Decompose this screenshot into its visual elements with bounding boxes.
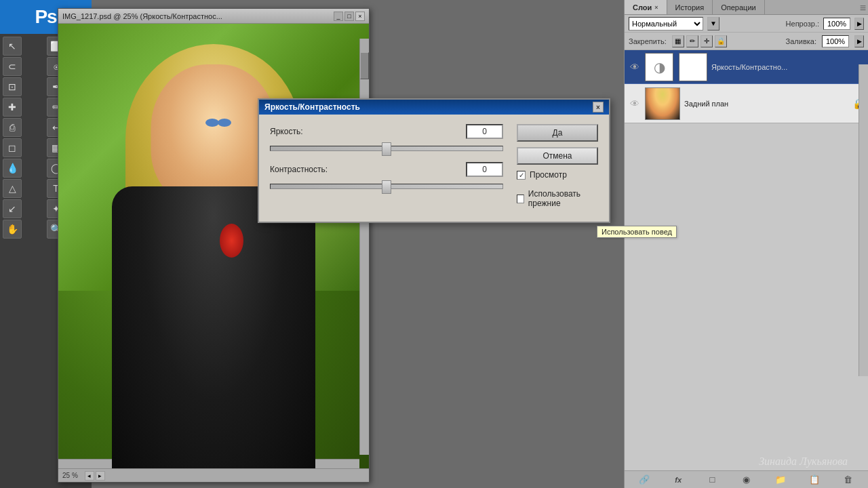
contrast-slider-thumb[interactable] (382, 180, 391, 194)
tool-pen[interactable]: △ (3, 179, 22, 198)
cancel-button[interactable]: Отмена (517, 147, 598, 165)
layers-empty-space (625, 123, 868, 259)
image-statusbar: 25 % ◂ ▸ (58, 468, 369, 482)
background-layer-thumb (645, 87, 680, 120)
lock-label: Закрепить: (629, 37, 667, 45)
fill-label: Заливка: (786, 37, 816, 45)
adjustment-layer-mask (679, 53, 707, 81)
blend-mode-select[interactable]: Нормальный (629, 17, 703, 30)
tab-layers[interactable]: Слои × (625, 0, 667, 14)
scrollbar-thumb-v[interactable] (360, 52, 369, 79)
person-body (112, 186, 315, 468)
brightness-row: Яркость: (270, 124, 503, 139)
group-btn[interactable]: 📁 (773, 472, 788, 487)
lock-transparent-btn[interactable]: ▦ (672, 35, 684, 47)
bc-dialog: Яркость/Контрастность × Яркость: Контрас… (258, 98, 610, 223)
delete-layer-btn[interactable]: 🗑 (841, 472, 856, 487)
ok-button[interactable]: Да (517, 124, 598, 142)
preview-row: Просмотр (517, 170, 598, 180)
tooltip: Использовать повед (597, 226, 677, 238)
opacity-arrow[interactable]: ▶ (854, 18, 864, 30)
adjustment-layer-visibility[interactable]: 👁 (629, 61, 641, 73)
panel-tabs: Слои × История Операции ≡ (625, 0, 868, 15)
win-min-btn[interactable]: _ (334, 12, 343, 21)
contrast-row: Контрастность: (270, 162, 503, 177)
lock-icons: ▦ ✏ ✛ 🔒 (672, 35, 727, 47)
contrast-slider-track[interactable] (270, 184, 503, 189)
brightness-label: Яркость: (270, 127, 344, 136)
add-mask-btn[interactable]: □ (705, 472, 719, 487)
image-window: IMG_1217.psd @ 25% (Яркость/Контрастнос.… (58, 8, 370, 483)
lock-fill-row: Закрепить: ▦ ✏ ✛ 🔒 Заливка: ▶ (625, 33, 868, 50)
brightness-input[interactable] (466, 124, 503, 139)
tool-move[interactable]: ↖ (3, 37, 22, 56)
tool-crop[interactable]: ⊡ (3, 77, 22, 96)
preview-label: Просмотр (530, 170, 567, 180)
tool-lasso[interactable]: ⊂ (3, 57, 22, 76)
preview-checkbox[interactable] (517, 171, 526, 180)
tool-clone[interactable]: ⎙ (3, 118, 22, 137)
lock-all-btn[interactable]: 🔒 (715, 35, 727, 47)
fill-arrow[interactable]: ▶ (854, 35, 864, 47)
panel-scrollbar[interactable] (859, 64, 868, 376)
bg-thumb-img (646, 88, 679, 119)
brightness-slider-track[interactable] (270, 146, 503, 151)
new-layer-btn[interactable]: 📋 (807, 472, 822, 487)
bc-body: Яркость: Контрастность: Да Отмена Просмо… (259, 115, 609, 222)
background-layer-visibility[interactable]: 👁 (629, 98, 641, 110)
bc-close-btn[interactable]: × (593, 102, 604, 113)
bc-actions: Да Отмена Просмотр Использовать прежние (517, 124, 598, 212)
blend-mode-arrow[interactable]: ▼ (707, 17, 719, 30)
adjustment-layer-thumb: ◑ (645, 53, 673, 81)
lock-position-btn[interactable]: ✛ (701, 35, 713, 47)
link-layers-btn[interactable]: 🔗 (637, 472, 652, 487)
tab-layers-label: Слои (633, 3, 652, 12)
panel-bottom-tools: 🔗 fx □ ◉ 📁 📋 🗑 (625, 470, 868, 488)
bc-title: Яркость/Контрастность (264, 102, 360, 112)
fx-btn[interactable]: fx (671, 472, 686, 487)
tab-history-label: История (675, 3, 705, 12)
legacy-checkbox[interactable] (517, 195, 524, 203)
legacy-label: Использовать прежние (528, 189, 598, 208)
lock-paint-btn[interactable]: ✏ (686, 35, 698, 47)
contrast-input[interactable] (466, 162, 503, 177)
person-eye-right (218, 119, 231, 127)
legacy-row: Использовать прежние (517, 189, 598, 208)
tool-heal[interactable]: ✚ (3, 98, 22, 117)
image-canvas (58, 24, 369, 468)
adjustment-btn[interactable]: ◉ (738, 472, 753, 487)
layers-panel: Слои × История Операции ≡ Нормальный ▼ Н… (624, 0, 868, 488)
zoom-level: 25 % (62, 472, 78, 479)
win-max-btn[interactable]: □ (344, 12, 354, 21)
image-title: IMG_1217.psd @ 25% (Яркость/Контрастнос.… (62, 12, 334, 20)
nav-prev-btn[interactable]: ◂ (85, 471, 94, 481)
panel-menu-btn[interactable]: ≡ (858, 0, 868, 14)
tool-eraser[interactable]: ◻ (3, 138, 22, 157)
tool-path-select[interactable]: ↙ (3, 199, 22, 218)
opacity-label: Непрозр.: (786, 20, 819, 28)
tool-hand[interactable]: ✋ (3, 220, 22, 239)
person-accessory (220, 224, 243, 258)
blend-opacity-row: Нормальный ▼ Непрозр.: ▶ (625, 15, 868, 33)
tab-operations[interactable]: Операции (713, 0, 764, 14)
tool-blur[interactable]: 💧 (3, 159, 22, 178)
adjustment-layer-name: Яркость/Контрастно... (711, 63, 864, 71)
tab-history[interactable]: История (667, 0, 713, 14)
person-eye-left (205, 119, 219, 127)
bc-titlebar: Яркость/Контрастность × (259, 100, 609, 115)
fill-input[interactable] (822, 35, 849, 47)
nav-next-btn[interactable]: ▸ (96, 471, 105, 481)
tab-operations-label: Операции (721, 3, 755, 12)
opacity-input[interactable] (823, 18, 850, 30)
window-buttons: _ □ × (334, 12, 365, 21)
adjustment-icon: ◑ (654, 59, 665, 75)
image-titlebar: IMG_1217.psd @ 25% (Яркость/Контрастнос.… (58, 9, 369, 24)
photo-background (58, 24, 369, 468)
tab-layers-close[interactable]: × (654, 4, 658, 11)
win-close-btn[interactable]: × (355, 12, 365, 21)
bc-controls: Яркость: Контрастность: (270, 124, 503, 212)
brightness-slider-thumb[interactable] (382, 142, 391, 156)
background-layer: 👁 Задний план 🔒 (625, 84, 868, 123)
background-layer-name: Задний план (684, 100, 728, 108)
statusbar-nav: ◂ ▸ (85, 471, 105, 481)
